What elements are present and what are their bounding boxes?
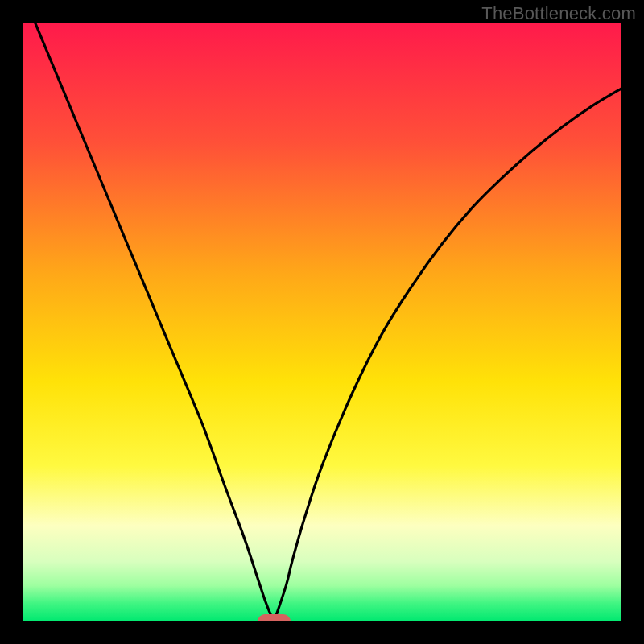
watermark-text: TheBottleneck.com: [481, 3, 636, 24]
plot-area: [23, 23, 621, 621]
gradient-background: [23, 23, 621, 621]
minimum-marker: [258, 614, 291, 621]
chart-frame: TheBottleneck.com: [0, 0, 644, 644]
chart-svg: [23, 23, 621, 621]
